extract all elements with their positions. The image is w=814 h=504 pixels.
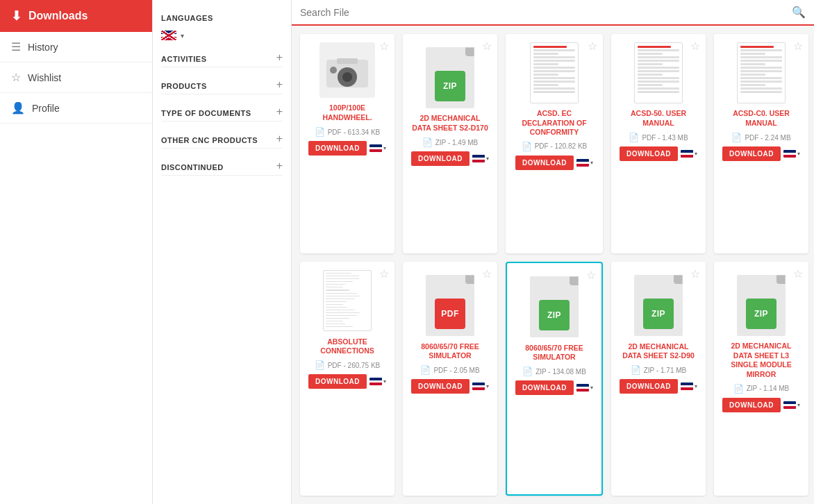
star-button[interactable]: ☆ (588, 40, 597, 53)
zip-badge: ZIP (643, 299, 674, 329)
download-row: DOWNLOAD ▾ (620, 379, 697, 394)
doc-line (326, 289, 349, 290)
download-row: DOWNLOAD ▾ (308, 141, 386, 156)
discontinued-filter[interactable]: DISCONTINUED + (161, 157, 283, 176)
download-button[interactable]: DOWNLOAD (515, 156, 574, 170)
doc-line (533, 84, 558, 86)
download-button[interactable]: DOWNLOAD (620, 146, 678, 161)
sidebar-item-wishlist[interactable]: ☆ Wishlist (0, 62, 152, 93)
star-button[interactable]: ☆ (793, 267, 803, 280)
star-button[interactable]: ☆ (482, 267, 492, 280)
doc-line (533, 53, 558, 55)
language-selector-small[interactable]: ▾ (783, 401, 800, 409)
person-icon: 👤 (11, 101, 25, 115)
flag-small (681, 150, 693, 158)
card-card6: ☆ABSOLUTE CONNECTIONS📄 PDF - 260.75 KBDO… (300, 262, 394, 496)
card-title: ABSOLUTE CONNECTIONS (308, 337, 386, 356)
card-title: 8060/65/70 FREE SIMULATOR (411, 342, 489, 361)
file-size: PDF - 120.82 KB (535, 142, 588, 150)
plus-icon: + (276, 160, 283, 172)
language-selector-small[interactable]: ▾ (681, 150, 697, 158)
file-info: 📄 PDF - 120.82 KB (522, 142, 588, 151)
file-thumbnail (530, 42, 579, 103)
file-info: 📄 PDF - 1.43 MB (629, 133, 688, 142)
sidebar: ⬇ Downloads ☰ History ☆ Wishlist 👤 Profi… (0, 0, 153, 504)
activities-filter[interactable]: ACTIVITIES + (161, 49, 283, 67)
sidebar-item-profile[interactable]: 👤 Profile (0, 93, 152, 124)
file-grid: ☆ 100P/100E HANDWHEEL.📄 PDF - 613.34 KBD… (292, 26, 814, 504)
file-icon: 📄 (731, 133, 742, 142)
sidebar-item-history[interactable]: ☰ History (0, 32, 152, 62)
search-input[interactable] (300, 7, 786, 18)
doc-line (326, 281, 353, 282)
sidebar-item-downloads[interactable]: ⬇ Downloads (0, 0, 152, 32)
file-icon: 📄 (422, 137, 433, 147)
pdf-badge: PDF (435, 299, 465, 329)
card-card8: ☆ ZIP 8060/65/70 FREE SIMULATOR📄 ZIP - 1… (506, 262, 603, 496)
languages-section-label: LANGUAGES (161, 14, 283, 22)
star-button[interactable]: ☆ (690, 40, 700, 53)
language-selector-small[interactable]: ▾ (783, 150, 800, 158)
chevron-tiny-icon: ▾ (383, 145, 386, 151)
file-thumbnail (323, 270, 372, 331)
star-button[interactable]: ☆ (379, 40, 389, 53)
card-card7: ☆ PDF 8060/65/70 FREE SIMULATOR📄 PDF - 2… (403, 262, 497, 496)
download-button[interactable]: DOWNLOAD (722, 398, 781, 412)
type-of-documents-filter[interactable]: TYPE OF DOCUMENTS + (161, 103, 283, 121)
doc-line (326, 324, 345, 324)
doc-line (533, 67, 575, 69)
file-size: PDF - 2.24 MB (745, 134, 790, 142)
doc-line (740, 81, 782, 83)
doc-line (638, 56, 679, 58)
doc-line (740, 70, 782, 72)
doc-line (740, 53, 765, 55)
chevron-tiny-icon: ▾ (797, 402, 800, 408)
download-button[interactable]: DOWNLOAD (722, 146, 781, 161)
download-button[interactable]: DOWNLOAD (411, 379, 470, 394)
other-cnc-filter[interactable]: OTHER CNC PRODUCTS + (161, 130, 283, 149)
doc-line (326, 278, 359, 279)
file-info: 📄 PDF - 260.75 KB (315, 360, 381, 370)
card-title: 2D MECHANICAL DATA SHEET S2-D90 (620, 342, 697, 361)
download-button[interactable]: DOWNLOAD (308, 374, 367, 389)
language-selector-small[interactable]: ▾ (369, 378, 386, 385)
search-icon: 🔍 (792, 6, 806, 19)
history-label: History (28, 42, 58, 53)
doc-line (638, 87, 679, 90)
download-button[interactable]: DOWNLOAD (620, 379, 678, 394)
download-row: DOWNLOAD ▾ (722, 398, 800, 412)
star-button[interactable]: ☆ (690, 267, 700, 280)
star-button[interactable]: ☆ (482, 40, 492, 53)
language-selector-small[interactable]: ▾ (472, 155, 489, 162)
doc-line (533, 63, 558, 65)
doc-line (638, 74, 663, 76)
language-selector-small[interactable]: ▾ (369, 144, 386, 152)
chevron-tiny-icon: ▾ (590, 160, 593, 166)
plus-icon: + (276, 133, 283, 145)
products-filter[interactable]: PRODUCTS + (161, 76, 283, 94)
doc-line (638, 77, 679, 79)
flag-small (576, 384, 589, 392)
main-content: 🔍 ☆ 100P/100E HANDWHEEL.📄 PDF - 613.34 K… (292, 0, 814, 504)
language-selector-small[interactable]: ▾ (576, 159, 593, 167)
language-selector-small[interactable]: ▾ (472, 383, 489, 390)
download-button[interactable]: DOWNLOAD (515, 380, 574, 395)
file-size: PDF - 1.43 MB (642, 134, 688, 142)
download-icon: ⬇ (11, 8, 22, 24)
download-row: DOWNLOAD ▾ (722, 146, 800, 161)
language-selector[interactable]: ▾ (161, 31, 283, 40)
language-selector-small[interactable]: ▾ (681, 383, 697, 390)
svg-rect-3 (337, 58, 358, 64)
doc-line (326, 284, 345, 285)
star-button[interactable]: ☆ (379, 267, 389, 280)
download-button[interactable]: DOWNLOAD (308, 141, 367, 156)
card-title: ACSD-50. USER MANUAL (620, 109, 697, 128)
doc-line (326, 293, 357, 294)
download-button[interactable]: DOWNLOAD (411, 151, 470, 166)
star-button[interactable]: ☆ (793, 40, 803, 53)
star-button[interactable]: ☆ (586, 269, 596, 282)
language-selector-small[interactable]: ▾ (576, 384, 593, 392)
card-card5: ☆ACSD-C0. USER MANUAL📄 PDF - 2.24 MBDOWN… (714, 34, 808, 253)
card-card1: ☆ 100P/100E HANDWHEEL.📄 PDF - 613.34 KBD… (300, 34, 394, 253)
chevron-tiny-icon: ▾ (695, 383, 697, 389)
